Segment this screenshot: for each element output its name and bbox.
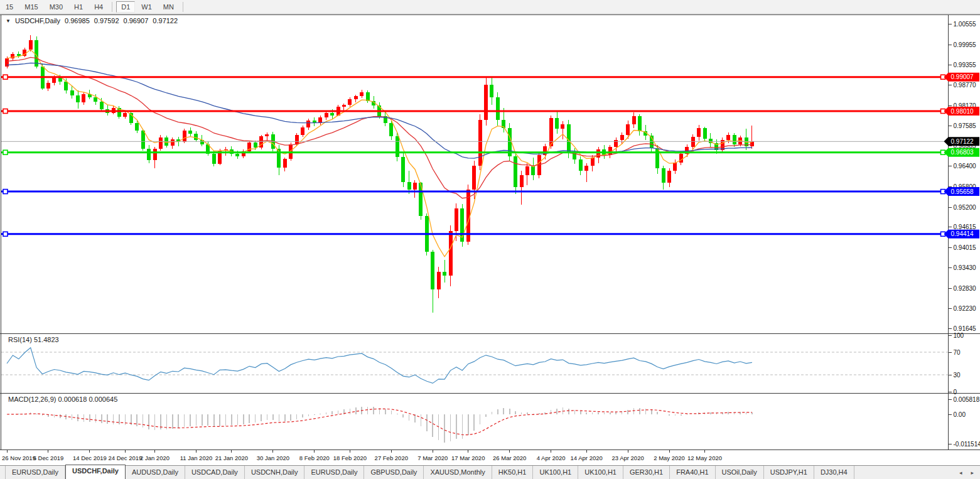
ohlc-close: 0.97122 [153,17,178,24]
timeframe-button-m15[interactable]: M15 [19,1,43,13]
candle-body [354,96,358,99]
candle-body [366,92,370,101]
chart-tab-usdchf-daily[interactable]: USDCHF,Daily [65,465,126,479]
line-end-handle[interactable] [3,232,8,236]
price-axis-label: 0.99355 [954,62,977,68]
candle-body [342,105,346,107]
candle-body [520,175,524,187]
candle-body [413,183,417,190]
tabs-scroll-left-icon[interactable]: ◂ [959,470,962,476]
candle-body [70,90,74,95]
date-axis-label: 5 Dec 2019 [33,455,64,461]
timeframe-button-h1[interactable]: H1 [69,1,88,13]
candle-body [455,208,458,230]
chart-tab-eurusd-daily[interactable]: EURUSD,Daily [304,466,364,479]
candle-body [212,154,216,164]
trading-terminal: 15M15M30H1H4D1W1MN 1.005550.999550.99355… [0,0,980,479]
price-axis-label: 0.94615 [954,223,977,230]
date-axis-label: 2 May 2020 [654,455,685,461]
toolbar-divider [183,2,183,12]
candle-body [295,135,299,144]
date-axis-label: 12 May 2020 [687,455,722,461]
date-axis-label: 14 Dec 2019 [73,455,107,461]
date-axis-label: 11 Jan 2020 [180,455,213,461]
tabs-scroll-right-icon[interactable]: ▸ [971,470,974,476]
price-axis-label: 0.97585 [954,122,977,129]
chart-tab-ger30-h1[interactable]: GER30,H1 [623,466,670,479]
candle-body [135,123,139,131]
line-end-handle[interactable] [3,109,8,114]
date-axis-label: 4 Apr 2020 [537,455,566,461]
candle-body [183,131,186,142]
candle-body [235,154,239,156]
candle-body [188,131,192,134]
price-tag-0.98010: 0.98010 [944,107,980,116]
current-price-tag: 0.97122 [944,137,980,146]
chart-canvas: 1.005550.999550.993550.987700.981700.975… [0,14,980,465]
price-tag-value: 0.95658 [951,188,974,195]
line-end-handle[interactable] [3,190,8,194]
candle-body [431,252,434,289]
rsi-axis-label: 70 [954,349,961,356]
chart-tab-audusd-daily[interactable]: AUDUSD,Daily [126,466,185,479]
chart-tab-xauusd-monthly[interactable]: XAUUSD,Monthly [424,466,492,479]
chart-tab-uk100-h1[interactable]: UK100,H1 [578,466,623,479]
chart-tab-usdcnh-daily[interactable]: USDCNH,Daily [245,466,305,479]
ohlc-low: 0.96907 [124,17,149,24]
chart-tab-usdcad-daily[interactable]: USDCAD,Daily [185,466,245,479]
candle-body [584,166,588,171]
candle-body [11,54,14,58]
candle-body [608,147,612,155]
ohlc-open: 0.96985 [65,17,90,24]
ohlc-high: 0.97592 [94,17,119,24]
chart-tab-eurusd-daily[interactable]: EURUSD,Daily [5,466,65,479]
chart-tab-fra40-h1[interactable]: FRA40,H1 [670,466,715,479]
candle-body [29,40,33,50]
date-axis-label: 17 Mar 2020 [451,455,485,461]
candle-body [662,168,665,183]
line-end-handle[interactable] [3,150,8,154]
candle-body [141,131,145,149]
chart-tab-hk50-h1[interactable]: HK50,H1 [492,466,534,479]
price-tag-0.96803: 0.96803 [944,148,980,157]
price-axis-label: 0.92230 [954,305,977,312]
candle-body [679,154,683,163]
date-axis-label: 26 Mar 2020 [493,455,526,461]
price-tag-0.99007: 0.99007 [944,73,980,82]
candle-body [82,94,85,102]
timeframe-button-w1[interactable]: W1 [136,1,157,13]
price-tag-value: 0.96803 [951,149,974,156]
date-axis-label: 26 Nov 2019 [2,455,36,461]
timeframe-button-15[interactable]: 15 [1,1,18,13]
candle-body [325,113,328,117]
candle-body [330,113,334,116]
candle-body [632,116,636,124]
candle-body [396,136,399,157]
chart-tab-usoil-daily[interactable]: USOil,Daily [716,466,764,479]
timeframe-button-m30[interactable]: M30 [45,1,68,13]
timeframe-button-mn[interactable]: MN [158,1,179,13]
candle-body [419,183,423,216]
chart-tab-usdjpy-h1[interactable]: USDJPY,H1 [764,466,814,479]
date-axis-label: 18 Feb 2020 [333,455,367,461]
chart-tab-dj30-h4[interactable]: DJ30,H4 [814,466,854,479]
candle-body [194,134,198,139]
symbol-dropdown-icon[interactable]: ▼ [6,18,11,24]
price-axis-label: 0.92830 [954,285,977,292]
candle-body [153,149,157,161]
candle-body [667,171,671,183]
candle-body [490,85,493,98]
chart-tab-gbpusd-daily[interactable]: GBPUSD,Daily [364,466,424,479]
price-axis-label: 0.98770 [954,82,977,89]
candle-body [703,128,707,138]
candle-body [301,127,304,135]
line-end-handle[interactable] [3,75,8,79]
candle-body [691,137,695,147]
price-tag-0.94414: 0.94414 [944,230,980,239]
timeframe-button-h4[interactable]: H4 [89,1,108,13]
chart-tab-uk100-h1[interactable]: UK100,H1 [533,466,578,479]
candle-body [472,166,476,190]
timeframe-button-d1[interactable]: D1 [116,1,135,13]
date-axis-label: 7 Mar 2020 [417,455,448,461]
chart-symbol-label: USDCHF,Daily [15,17,60,24]
